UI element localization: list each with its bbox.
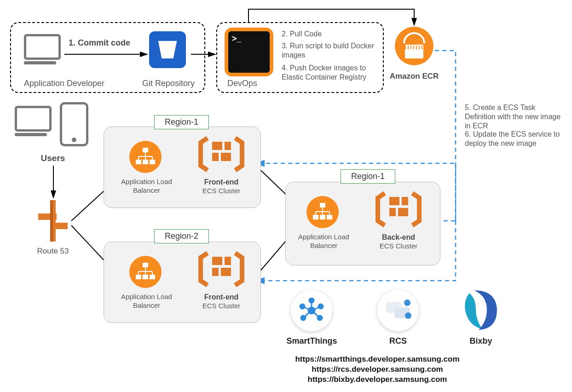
svg-point-66 <box>404 300 410 306</box>
region1-tag-backend: Region-1 <box>341 169 395 184</box>
alb-icon <box>306 196 339 228</box>
ecs-frontend-title-r1: Front-end <box>196 178 247 187</box>
side-step-6: 6. Update the ECS service to deploy the … <box>465 130 566 148</box>
terminal-icon: >_ <box>225 28 273 76</box>
svg-rect-37 <box>225 257 231 265</box>
svg-rect-21 <box>143 160 148 164</box>
svg-rect-22 <box>150 160 155 164</box>
alb-icon <box>129 141 162 173</box>
devops-box: >_ 2. Pull Code 3. Run script to build D… <box>216 22 384 93</box>
svg-rect-33 <box>136 275 141 279</box>
bixby-icon <box>460 288 502 335</box>
git-repo-label: Git Repository <box>142 78 195 89</box>
ecs-backend-sub: ECS Cluster <box>373 242 424 251</box>
region2-tag: Region-2 <box>154 229 209 243</box>
svg-rect-27 <box>143 263 148 267</box>
svg-rect-20 <box>136 160 141 164</box>
svg-rect-50 <box>402 197 408 205</box>
devops-step-2: 2. Pull Code <box>282 29 376 39</box>
ecr-icon <box>395 27 433 65</box>
devops-label: DevOps <box>227 78 257 89</box>
svg-point-67 <box>405 312 411 319</box>
alb-label-r2: Application Load Balancer <box>120 293 173 310</box>
users-desktop-icon <box>15 106 52 136</box>
devops-step-4: 4. Push Docker images to Elastic Contain… <box>282 63 381 82</box>
desktop-icon <box>24 34 61 64</box>
app-developer-box: 1. Commit code Application Developer Git… <box>10 22 205 93</box>
svg-rect-35 <box>150 275 155 279</box>
region1-tag-frontend: Region-1 <box>154 115 209 129</box>
side-step-5: 5. Create a ECS Task Definition with the… <box>465 103 566 131</box>
ecs-backend-title: Back-end <box>373 233 424 242</box>
svg-rect-48 <box>327 215 332 219</box>
route53-icon <box>35 198 71 246</box>
region1-frontend-box: Application Load Balancer Front-end ECS … <box>104 127 261 208</box>
git-repo-icon <box>149 31 186 68</box>
smartthings-icon <box>291 290 332 331</box>
alb-icon <box>129 256 162 288</box>
svg-rect-39 <box>221 268 231 276</box>
svg-rect-52 <box>398 208 408 216</box>
rcs-icon <box>377 290 419 331</box>
bixby-label: Bixby <box>456 336 506 346</box>
url-rcs: https://rcs.developer.samsung.com <box>258 364 497 374</box>
svg-rect-25 <box>212 153 219 161</box>
app-developer-label: Application Developer <box>24 78 104 89</box>
ecs-backend-icon <box>373 189 424 232</box>
svg-rect-34 <box>143 275 148 279</box>
ecs-frontend-icon-r2 <box>196 248 247 292</box>
svg-rect-13 <box>50 200 53 242</box>
svg-rect-11 <box>38 213 57 220</box>
devops-step-3: 3. Run script to build Docker images <box>282 41 376 60</box>
smartthings-label: SmartThings <box>278 336 345 346</box>
svg-rect-14 <box>143 148 148 152</box>
region2-frontend-box: Application Load Balancer Front-end ECS … <box>104 242 261 323</box>
svg-rect-47 <box>320 215 325 219</box>
svg-rect-23 <box>212 142 222 150</box>
ecs-frontend-icon-r1 <box>196 133 247 177</box>
svg-rect-51 <box>389 208 396 216</box>
svg-rect-38 <box>212 268 219 276</box>
svg-point-57 <box>318 304 323 309</box>
commit-label: 1. Commit code <box>69 38 130 48</box>
ecs-frontend-sub-r2: ECS Cluster <box>196 302 247 311</box>
svg-rect-49 <box>389 197 399 205</box>
route53-label: Route 53 <box>32 246 74 256</box>
url-bixby: https://bixby.developer.samsung.com <box>258 375 497 384</box>
alb-label-r1f: Application Load Balancer <box>120 178 173 195</box>
alb-label-backend: Application Load Balancer <box>297 233 350 250</box>
svg-rect-36 <box>212 257 222 265</box>
svg-rect-24 <box>225 142 231 150</box>
region1-backend-box: Application Load Balancer Back-end ECS C… <box>285 182 440 265</box>
svg-point-59 <box>318 316 322 320</box>
users-phone-icon <box>60 102 88 146</box>
ecr-label: Amazon ECR <box>389 71 439 81</box>
svg-point-63 <box>300 304 305 309</box>
svg-rect-46 <box>313 215 318 219</box>
ecs-frontend-sub-r1: ECS Cluster <box>196 187 247 196</box>
svg-point-55 <box>309 298 314 303</box>
svg-rect-26 <box>221 153 231 161</box>
url-smartthings: https://smartthings.developer.samsung.co… <box>258 354 497 364</box>
svg-point-61 <box>301 316 306 320</box>
rcs-label: RCS <box>370 336 426 346</box>
svg-rect-40 <box>320 203 325 207</box>
users-label: Users <box>28 153 78 164</box>
ecs-frontend-title-r2: Front-end <box>196 293 247 302</box>
diagram-stage: 1. Commit code Application Developer Git… <box>0 0 572 392</box>
